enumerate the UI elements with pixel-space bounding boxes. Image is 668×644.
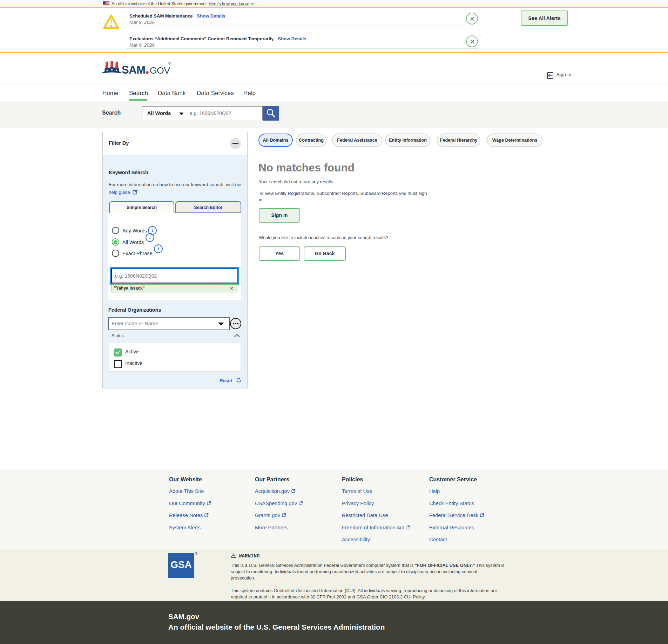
svg-text:GOV: GOV [150, 65, 170, 76]
svg-text:®: ® [168, 61, 171, 65]
svg-text:SAM: SAM [122, 64, 145, 76]
